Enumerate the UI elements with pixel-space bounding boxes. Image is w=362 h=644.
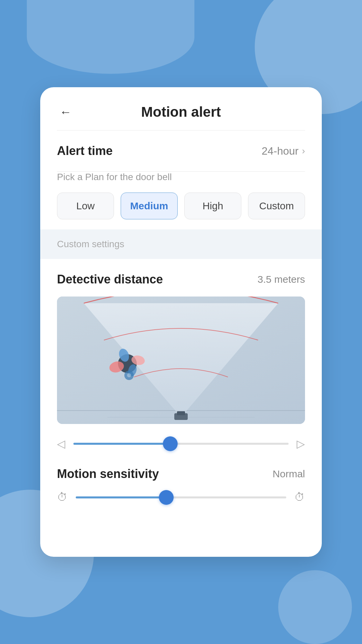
detective-distance-value: 3.5 meters: [257, 274, 305, 285]
detective-distance-section: Detective distance 3.5 meters: [40, 259, 322, 424]
motion-slider-track[interactable]: [76, 496, 286, 498]
alert-time-label: Alert time: [57, 144, 113, 158]
plan-btn-high[interactable]: High: [184, 193, 241, 219]
distance-slider-thumb[interactable]: [163, 436, 178, 451]
distance-slider-track[interactable]: [73, 443, 289, 445]
page-title: Motion alert: [141, 104, 221, 120]
motion-slider-fill: [76, 496, 166, 498]
plan-btn-low[interactable]: Low: [57, 193, 114, 219]
distance-slider-fill: [73, 443, 170, 445]
plan-section: Pick a Plan for the door bell Low Medium…: [40, 172, 322, 229]
motion-sensitivity-label: Motion sensitivity: [57, 467, 159, 481]
svg-rect-6: [177, 411, 185, 415]
detective-distance-row: Detective distance 3.5 meters: [57, 272, 305, 286]
motion-sensitivity-row: Motion sensitivity Normal: [57, 467, 305, 481]
alert-time-value: 24-hour ›: [261, 145, 305, 157]
detective-distance-label: Detective distance: [57, 272, 163, 286]
clock-right-icon: ⏱: [294, 491, 305, 503]
back-button[interactable]: ←: [57, 102, 74, 122]
plan-btn-custom[interactable]: Custom: [248, 193, 305, 219]
plan-btn-medium[interactable]: Medium: [121, 193, 178, 219]
bg-circle-bottom-right: [278, 570, 352, 644]
clock-left-icon: ⏱: [57, 491, 68, 503]
motion-slider-row: ⏱ ⏱: [57, 491, 305, 503]
alert-time-row[interactable]: Alert time 24-hour ›: [40, 130, 322, 171]
distance-slider-row: ◁ ▷: [40, 437, 322, 450]
volume-high-icon: ▷: [297, 437, 305, 450]
main-card: ← Motion alert Alert time 24-hour › Pick…: [40, 87, 322, 557]
plan-buttons: Low Medium High Custom: [57, 193, 305, 219]
custom-settings-text: Custom settings: [57, 239, 124, 249]
chevron-icon: ›: [302, 146, 305, 156]
detection-visualization: [57, 297, 305, 424]
bg-blob-top: [27, 0, 194, 74]
motion-sensitivity-section: Motion sensitivity Normal ⏱ ⏱: [40, 467, 322, 503]
volume-low-icon: ◁: [57, 437, 65, 450]
custom-settings-banner: Custom settings: [40, 229, 322, 259]
svg-point-13: [127, 373, 131, 377]
motion-slider-thumb[interactable]: [159, 490, 174, 505]
plan-description: Pick a Plan for the door bell: [57, 172, 305, 182]
card-header: ← Motion alert: [40, 87, 322, 130]
motion-sensitivity-value: Normal: [273, 468, 305, 480]
